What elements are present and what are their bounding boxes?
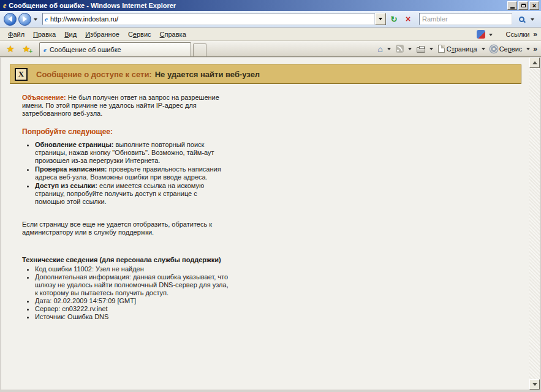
recent-pages-dropdown[interactable] <box>34 18 37 23</box>
chevron-down-icon <box>387 48 391 52</box>
new-tab-button[interactable] <box>193 43 206 56</box>
suggestion-item: Обновление страницы: выполните повторный… <box>35 141 228 165</box>
error-page-content: X Сообщение о доступе к сети: Не удается… <box>1 58 529 390</box>
menu-item-избранное[interactable]: Избранное <box>81 29 124 39</box>
search-options-dropdown[interactable] <box>531 18 534 23</box>
addon-toolbar-icon[interactable] <box>477 30 485 39</box>
arrow-up-icon <box>532 59 537 64</box>
feeds-button[interactable] <box>394 43 414 55</box>
back-button[interactable] <box>4 13 17 26</box>
command-bar: ⌂ Страница Сервис » <box>376 41 539 56</box>
search-button[interactable] <box>515 13 528 25</box>
close-icon: × <box>532 2 536 9</box>
technical-item: Дополнительная информация: данная ошибка… <box>35 273 230 297</box>
technical-item: Источник: Ошибка DNS <box>35 313 230 321</box>
explanation-label: Объяснение: <box>22 94 66 101</box>
forward-button[interactable] <box>18 13 31 26</box>
menu-items: ФайлПравкаВидИзбранноеСервисСправка <box>4 31 191 38</box>
links-overflow-chevron[interactable]: » <box>533 30 537 39</box>
search-input[interactable] <box>422 15 509 23</box>
fallback-paragraph: Если страницу все еще не удается отобраз… <box>22 221 233 236</box>
address-dropdown-button[interactable] <box>375 13 386 25</box>
try-following-heading: Попробуйте следующее: <box>22 127 529 136</box>
page-menu-button[interactable]: Страница <box>436 43 487 55</box>
vertical-scrollbar[interactable] <box>529 58 540 390</box>
stop-button[interactable]: × <box>402 13 414 25</box>
command-overflow-chevron[interactable]: » <box>533 45 537 53</box>
stop-icon: × <box>406 15 410 23</box>
window-title: Сообщение об ошибке - Windows Internet E… <box>9 2 506 9</box>
scroll-up-button[interactable] <box>529 58 540 68</box>
chevron-down-icon <box>526 48 530 52</box>
page-viewport: X Сообщение о доступе к сети: Не удается… <box>1 58 540 390</box>
add-favorite-button[interactable]: ★+ <box>19 42 34 56</box>
search-box[interactable] <box>419 13 512 25</box>
restore-button[interactable] <box>518 1 528 10</box>
refresh-button[interactable]: ↻ <box>388 13 400 25</box>
technical-details-list: Код ошибки 11002: Узел не найденДополнит… <box>22 265 230 321</box>
page-menu-label: Страница <box>447 45 477 53</box>
navigation-bar: e ↻ × <box>0 11 541 28</box>
chevron-down-icon <box>482 48 485 52</box>
browser-window: e Сообщение об ошибке - Windows Internet… <box>0 0 541 392</box>
home-icon: ⌂ <box>377 45 382 53</box>
technical-item: Код ошибки 11002: Узел не найден <box>35 265 230 273</box>
address-input[interactable] <box>50 15 373 23</box>
menu-item-сервис[interactable]: Сервис <box>124 29 156 39</box>
page-icon <box>438 45 445 53</box>
tools-menu-button[interactable]: Сервис <box>488 43 532 55</box>
tab-bar: ★ ★+ e Сообщение об ошибке ⌂ Страница Се… <box>0 41 541 57</box>
tab-label: Сообщение об ошибке <box>50 46 121 53</box>
close-button[interactable]: × <box>529 1 539 10</box>
menu-item-справка[interactable]: Справка <box>156 29 191 39</box>
home-button[interactable]: ⌂ <box>376 43 392 55</box>
search-icon <box>519 17 524 22</box>
menu-item-вид[interactable]: Вид <box>60 29 81 39</box>
error-banner-title: Сообщение о доступе к сети: <box>36 70 152 79</box>
gear-icon <box>490 45 497 53</box>
error-banner: X Сообщение о доступе к сети: Не удается… <box>10 64 521 84</box>
addon-dropdown[interactable] <box>489 34 493 38</box>
suggestions-list: Обновление страницы: выполните повторный… <box>22 141 228 206</box>
minimize-icon <box>510 7 515 9</box>
minimize-button[interactable] <box>507 1 517 10</box>
explanation-paragraph: Объяснение: Не был получен ответ на запр… <box>22 94 233 118</box>
menu-item-файл[interactable]: Файл <box>4 29 29 39</box>
arrow-down-icon <box>532 383 537 388</box>
suggestion-item: Доступ из ссылки: если имеется ссылка на… <box>35 182 228 206</box>
plus-icon: + <box>29 48 32 55</box>
title-bar: e Сообщение об ошибке - Windows Internet… <box>0 0 541 11</box>
printer-icon <box>417 47 425 53</box>
technical-item: Дата: 02.02.2009 14:57:09 [GMT] <box>35 297 230 305</box>
restore-icon <box>521 4 526 7</box>
favorites-button[interactable]: ★ <box>3 42 18 56</box>
chevron-down-icon <box>408 48 412 52</box>
chevron-down-icon <box>429 48 433 52</box>
scroll-down-button[interactable] <box>529 379 540 390</box>
error-x-icon: X <box>15 68 28 81</box>
favorites-star-icon: ★ <box>6 43 14 55</box>
tools-menu-label: Сервис <box>499 45 523 53</box>
error-banner-subtitle: Не удается найти веб-узел <box>155 70 260 79</box>
print-button[interactable] <box>415 43 435 55</box>
rss-icon <box>396 45 404 53</box>
page-favicon: e <box>45 15 48 23</box>
address-bar[interactable]: e <box>42 13 375 25</box>
back-arrow-icon <box>5 16 12 22</box>
chevron-down-icon <box>379 18 382 22</box>
tab-favicon: e <box>44 46 47 53</box>
suggestion-item: Проверка написания: проверьте правильнос… <box>35 165 228 181</box>
refresh-icon: ↻ <box>391 15 398 24</box>
technical-item: Сервер: cn03222.rv.inet <box>35 305 230 313</box>
tab-error-page[interactable]: e Сообщение об ошибке <box>39 42 191 56</box>
menu-item-правка[interactable]: Правка <box>29 29 60 39</box>
links-bar-label[interactable]: Ссылки <box>506 31 530 38</box>
ie-icon: e <box>3 1 6 10</box>
menu-bar: ФайлПравкаВидИзбранноеСервисСправка Ссыл… <box>0 28 541 41</box>
technical-details-heading: Технические сведения (для персонала служ… <box>22 256 249 263</box>
forward-arrow-icon <box>23 16 30 22</box>
